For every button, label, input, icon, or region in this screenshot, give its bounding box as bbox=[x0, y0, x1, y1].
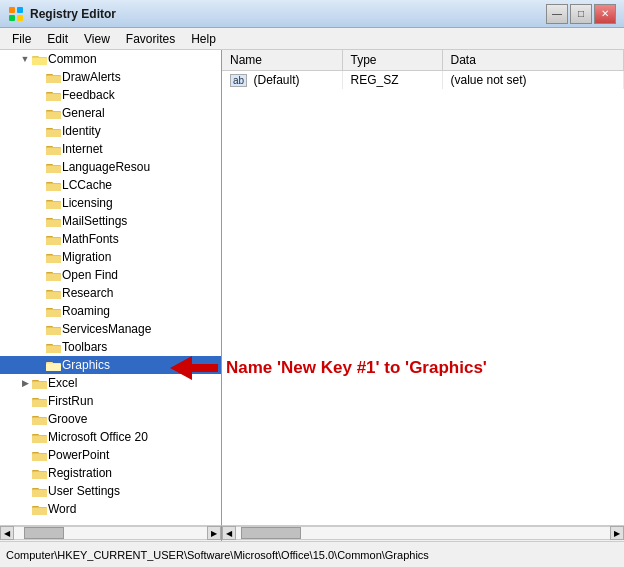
folder-selected-icon bbox=[46, 359, 62, 372]
folder-icon bbox=[46, 161, 62, 174]
scroll-left-arrow2[interactable]: ◀ bbox=[222, 526, 236, 540]
tree-item-powerpoint[interactable]: PowerPoint bbox=[0, 446, 221, 464]
minimize-button[interactable]: — bbox=[546, 4, 568, 24]
close-button[interactable]: ✕ bbox=[594, 4, 616, 24]
tree-label: Roaming bbox=[62, 304, 110, 318]
svg-rect-51 bbox=[46, 328, 61, 335]
tree-item-graphics[interactable]: Graphics bbox=[0, 356, 221, 374]
tree-item-toolbars[interactable]: Toolbars bbox=[0, 338, 221, 356]
scroll-right-arrow[interactable]: ▶ bbox=[207, 526, 221, 540]
main-panes: ▼ Common DrawAlerts bbox=[0, 50, 624, 525]
tree-scroll[interactable]: ▼ Common DrawAlerts bbox=[0, 50, 221, 525]
menu-bar: File Edit View Favorites Help bbox=[0, 28, 624, 50]
window: Registry Editor — □ ✕ File Edit View Fav… bbox=[0, 0, 624, 567]
col-data: Data bbox=[442, 50, 624, 71]
right-hscroll[interactable]: ◀ ▶ bbox=[222, 525, 624, 541]
tree-item-migration[interactable]: Migration bbox=[0, 248, 221, 266]
folder-icon bbox=[32, 377, 48, 390]
svg-rect-24 bbox=[46, 166, 61, 173]
tree-label: PowerPoint bbox=[48, 448, 109, 462]
svg-rect-69 bbox=[32, 436, 47, 443]
registry-table-scroll[interactable]: Name Type Data ab (Default) REG_SZ bbox=[222, 50, 624, 288]
scroll-thumb[interactable] bbox=[24, 527, 64, 539]
tree-item-mailsettings[interactable]: MailSettings bbox=[0, 212, 221, 230]
tree-item-excel[interactable]: ▶ Excel bbox=[0, 374, 221, 392]
folder-icon bbox=[32, 449, 48, 462]
tree-label: Feedback bbox=[62, 88, 115, 102]
no-expand-icon bbox=[32, 70, 46, 84]
tree-label: LanguageResou bbox=[62, 160, 150, 174]
tree-item-licensing[interactable]: Licensing bbox=[0, 194, 221, 212]
tree-label: MailSettings bbox=[62, 214, 127, 228]
tree-item-mathfonts[interactable]: MathFonts bbox=[0, 230, 221, 248]
tree-item-msoffice20[interactable]: Microsoft Office 20 bbox=[0, 428, 221, 446]
folder-icon bbox=[46, 71, 62, 84]
scroll-right-arrow2[interactable]: ▶ bbox=[610, 526, 624, 540]
folder-icon bbox=[46, 107, 62, 120]
folder-icon bbox=[46, 305, 62, 318]
folder-icon bbox=[46, 197, 62, 210]
window-controls: — □ ✕ bbox=[546, 4, 616, 24]
tree-item-identity[interactable]: Identity bbox=[0, 122, 221, 140]
tree-label: MathFonts bbox=[62, 232, 119, 246]
tree-item-registration[interactable]: Registration bbox=[0, 464, 221, 482]
svg-rect-66 bbox=[32, 418, 47, 425]
col-type: Type bbox=[342, 50, 442, 71]
folder-icon bbox=[46, 89, 62, 102]
tree-item-drawalerts[interactable]: DrawAlerts bbox=[0, 68, 221, 86]
tree-item-research[interactable]: Research bbox=[0, 284, 221, 302]
svg-rect-27 bbox=[46, 184, 61, 191]
tree-item-feedback[interactable]: Feedback bbox=[0, 86, 221, 104]
title-bar: Registry Editor — □ ✕ bbox=[0, 0, 624, 28]
tree-item-roaming[interactable]: Roaming bbox=[0, 302, 221, 320]
status-bar: Computer\HKEY_CURRENT_USER\Software\Micr… bbox=[0, 541, 624, 567]
window-title: Registry Editor bbox=[30, 7, 546, 21]
tree-label: Toolbars bbox=[62, 340, 107, 354]
svg-rect-33 bbox=[46, 220, 61, 227]
tree-item-general[interactable]: General bbox=[0, 104, 221, 122]
tree-item-common[interactable]: ▼ Common bbox=[0, 50, 221, 68]
folder-icon bbox=[32, 485, 48, 498]
tree-label: Graphics bbox=[62, 358, 110, 372]
horizontal-scrollbar-area: ◀ ▶ ◀ ▶ bbox=[0, 525, 624, 541]
tree-item-internet[interactable]: Internet bbox=[0, 140, 221, 158]
scroll-track[interactable] bbox=[14, 526, 207, 540]
tree-label: Excel bbox=[48, 376, 77, 390]
svg-rect-1 bbox=[17, 7, 23, 13]
svg-rect-48 bbox=[46, 310, 61, 317]
folder-icon bbox=[46, 341, 62, 354]
tree-item-word[interactable]: Word bbox=[0, 500, 221, 518]
menu-edit[interactable]: Edit bbox=[39, 30, 76, 48]
tree-item-usersettings[interactable]: User Settings bbox=[0, 482, 221, 500]
tree-item-languageresou[interactable]: LanguageResou bbox=[0, 158, 221, 176]
left-hscroll[interactable]: ◀ ▶ bbox=[0, 525, 222, 541]
annotation-container bbox=[222, 288, 624, 526]
folder-icon bbox=[46, 323, 62, 336]
tree-label: Internet bbox=[62, 142, 103, 156]
scroll-track2[interactable] bbox=[236, 526, 610, 540]
tree-label: Open Find bbox=[62, 268, 118, 282]
entry-type: REG_SZ bbox=[342, 71, 442, 90]
tree-label: Microsoft Office 20 bbox=[48, 430, 148, 444]
menu-help[interactable]: Help bbox=[183, 30, 224, 48]
tree-item-lccache[interactable]: LCCache bbox=[0, 176, 221, 194]
tree-label: DrawAlerts bbox=[62, 70, 121, 84]
tree-item-groove[interactable]: Groove bbox=[0, 410, 221, 428]
entry-data: (value not set) bbox=[442, 71, 624, 90]
maximize-button[interactable]: □ bbox=[570, 4, 592, 24]
tree-item-openfind[interactable]: Open Find bbox=[0, 266, 221, 284]
svg-rect-15 bbox=[46, 112, 61, 119]
tree-item-firstrun[interactable]: FirstRun bbox=[0, 392, 221, 410]
menu-view[interactable]: View bbox=[76, 30, 118, 48]
scroll-left-arrow[interactable]: ◀ bbox=[0, 526, 14, 540]
menu-favorites[interactable]: Favorites bbox=[118, 30, 183, 48]
scroll-thumb2[interactable] bbox=[241, 527, 301, 539]
table-row[interactable]: ab (Default) REG_SZ (value not set) bbox=[222, 71, 624, 90]
svg-rect-3 bbox=[17, 15, 23, 21]
tree-label: FirstRun bbox=[48, 394, 93, 408]
menu-file[interactable]: File bbox=[4, 30, 39, 48]
tree-label: Common bbox=[48, 52, 97, 66]
tree-item-servicesmanage[interactable]: ServicesManage bbox=[0, 320, 221, 338]
folder-icon bbox=[32, 395, 48, 408]
entry-name-value: (Default) bbox=[253, 73, 299, 87]
